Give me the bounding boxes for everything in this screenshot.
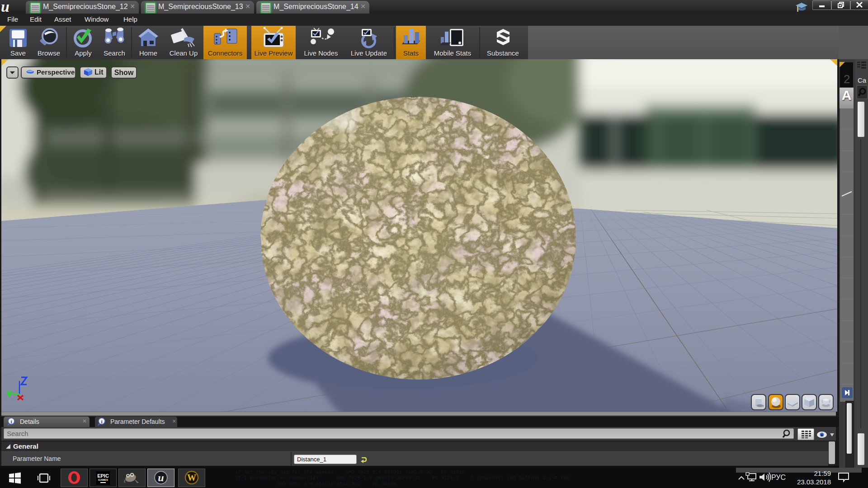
- svg-text:W: W: [187, 473, 196, 483]
- svg-text:i: i: [101, 419, 102, 424]
- svg-text:i: i: [10, 419, 12, 424]
- svg-text:u: u: [158, 472, 164, 483]
